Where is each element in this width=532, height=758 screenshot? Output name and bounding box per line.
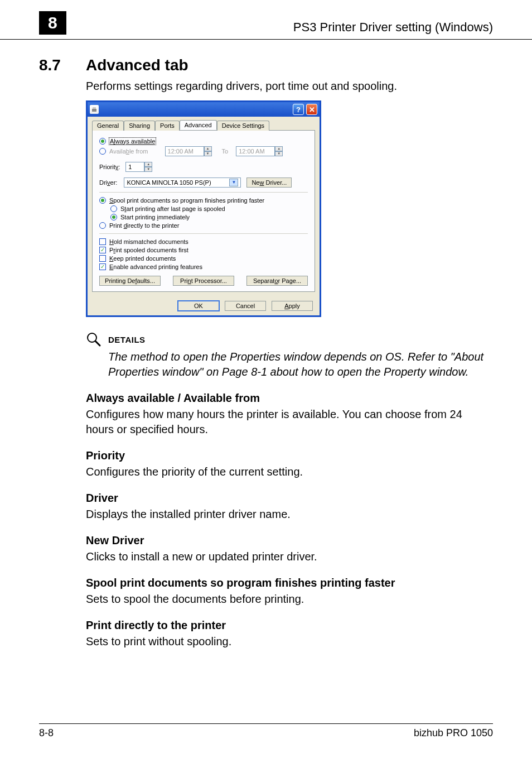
check-hold-mismatched[interactable] <box>99 238 106 245</box>
subhead-new-driver: New Driver <box>86 534 493 547</box>
radio-start-immediately[interactable] <box>110 214 117 220</box>
section-heading: 8.7 Advanced tab <box>39 56 493 74</box>
label-driver: Driver: <box>99 179 117 186</box>
text-print-direct: Sets to print without spooling. <box>86 634 493 649</box>
subhead-print-direct: Print directly to the printer <box>86 619 493 632</box>
dialog-screenshot: ? ✕ General Sharing Ports Advanced Devic… <box>86 100 321 317</box>
separator-page-button[interactable]: Separator Page... <box>246 276 308 286</box>
cancel-button[interactable]: Cancel <box>225 301 266 311</box>
text-spool: Sets to spool the documents before print… <box>86 592 493 607</box>
subhead-spool: Spool print documents so program finishe… <box>86 577 493 589</box>
tab-row: General Sharing Ports Advanced Device Se… <box>88 117 320 130</box>
titlebar: ? ✕ <box>88 102 320 117</box>
page-header: 8 PS3 Printer Driver setting (Windows) <box>0 0 532 40</box>
new-driver-button[interactable]: New Driver... <box>246 177 292 188</box>
page-footer: 8-8 bizhub PRO 1050 <box>39 723 493 739</box>
help-icon[interactable]: ? <box>293 104 304 115</box>
driver-select[interactable]: KONICA MINOLTA 1050 PS(P) ▼ <box>124 177 241 188</box>
label-priority: Priority: <box>99 164 120 170</box>
label-start-immediately: Start printing immediately <box>120 214 190 220</box>
time-from-spinner[interactable]: ▲▼ <box>204 146 212 156</box>
page-number: 8-8 <box>39 727 54 739</box>
subhead-priority: Priority <box>86 449 493 462</box>
check-spooled-first[interactable] <box>99 247 106 253</box>
label-spool: Spool print documents so program finishe… <box>109 197 264 204</box>
chapter-number: 8 <box>39 11 66 35</box>
printing-defaults-button[interactable]: Printing Defaults... <box>99 276 161 286</box>
tab-general[interactable]: General <box>92 121 124 131</box>
label-print-direct: Print directly to the printer <box>109 222 179 229</box>
label-spooled-first: Print spooled documents first <box>109 247 188 253</box>
label-to: To <box>222 148 229 155</box>
svg-rect-0 <box>92 109 96 112</box>
text-new-driver: Clicks to install a new or updated print… <box>86 549 493 564</box>
printer-icon <box>90 105 99 114</box>
details-label: DETAILS <box>108 335 146 344</box>
label-always-available: Always available <box>109 138 156 145</box>
product-name: bizhub PRO 1050 <box>414 727 493 739</box>
radio-spool[interactable] <box>99 197 106 204</box>
text-driver: Displays the installed printer driver na… <box>86 507 493 522</box>
chevron-down-icon[interactable]: ▼ <box>229 179 238 186</box>
radio-always-available[interactable] <box>99 138 106 145</box>
driver-name: KONICA MINOLTA 1050 PS(P) <box>127 179 211 186</box>
ok-button[interactable]: OK <box>178 301 219 311</box>
details-text: The method to open the Properties window… <box>108 349 493 380</box>
label-available-from: Available from <box>109 148 148 155</box>
time-from[interactable]: 12:00 AM <box>165 146 204 156</box>
radio-start-after-last[interactable] <box>110 205 117 212</box>
radio-print-direct[interactable] <box>99 222 106 229</box>
close-icon[interactable]: ✕ <box>306 104 317 115</box>
svg-rect-1 <box>93 107 96 109</box>
priority-field[interactable]: 1 <box>125 162 144 172</box>
magnifier-icon <box>86 332 101 347</box>
tab-sharing[interactable]: Sharing <box>124 121 155 131</box>
header-title: PS3 Printer Driver setting (Windows) <box>293 20 493 35</box>
advanced-panel: Always available Available from 12:00 AM… <box>92 130 315 292</box>
time-to-spinner[interactable]: ▲▼ <box>275 146 283 156</box>
section-intro: Performs settings regarding drivers, por… <box>86 80 493 93</box>
label-start-after-last: Start printing after last page is spoole… <box>120 205 225 212</box>
check-enable-advanced[interactable] <box>99 263 106 270</box>
subhead-driver: Driver <box>86 492 493 505</box>
dialog-buttons: OK Cancel Apply <box>88 296 320 315</box>
label-enable-advanced: Enable advanced printing features <box>109 263 202 270</box>
time-to[interactable]: 12:00 AM <box>236 146 275 156</box>
tab-device-settings[interactable]: Device Settings <box>217 121 269 131</box>
text-priority: Configures the priority of the current s… <box>86 464 493 479</box>
section-title: Advanced tab <box>86 56 188 74</box>
label-keep-printed: Keep printed documents <box>109 255 176 262</box>
svg-line-3 <box>95 341 100 346</box>
text-always-available: Configures how many hours the printer is… <box>86 407 493 437</box>
tab-ports[interactable]: Ports <box>155 121 180 131</box>
section-number: 8.7 <box>39 56 86 74</box>
check-keep-printed[interactable] <box>99 255 106 262</box>
priority-spinner[interactable]: ▲▼ <box>144 162 152 172</box>
radio-available-from[interactable] <box>99 148 106 155</box>
subhead-always-available: Always available / Available from <box>86 392 493 405</box>
tab-advanced[interactable]: Advanced <box>180 120 217 130</box>
apply-button[interactable]: Apply <box>272 301 313 311</box>
print-processor-button[interactable]: Print Processor... <box>173 276 234 286</box>
label-hold-mismatched: Hold mismatched documents <box>109 238 188 245</box>
